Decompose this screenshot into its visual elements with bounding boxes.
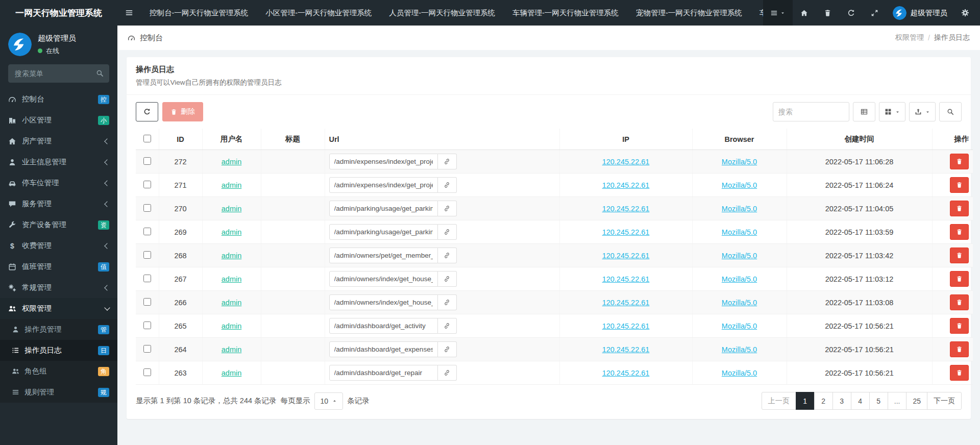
row-url-link-button[interactable]: [438, 177, 457, 193]
refresh-table-button[interactable]: [136, 102, 158, 121]
tabs-dropdown-button[interactable]: [763, 0, 793, 26]
page-number-button[interactable]: 1: [796, 392, 815, 410]
sidebar-item-log[interactable]: 操作员日志日: [0, 340, 117, 361]
row-delete-button[interactable]: [950, 154, 969, 169]
row-url-input[interactable]: [329, 365, 438, 381]
row-ip-link[interactable]: 120.245.22.61: [602, 228, 650, 236]
row-ip-link[interactable]: 120.245.22.61: [602, 275, 650, 283]
row-username-link[interactable]: admin: [222, 345, 242, 354]
sidebar-item-rule[interactable]: 规则管理规: [0, 382, 117, 403]
row-checkbox[interactable]: [143, 322, 151, 329]
export-button[interactable]: [909, 102, 936, 121]
menu-search-input[interactable]: [8, 64, 109, 83]
row-delete-button[interactable]: [950, 294, 969, 310]
row-checkbox[interactable]: [143, 368, 151, 376]
sidebar-toggle-button[interactable]: [117, 0, 141, 26]
column-header-browser[interactable]: Browser: [692, 129, 787, 150]
row-ip-link[interactable]: 120.245.22.61: [602, 345, 650, 354]
page-number-button[interactable]: 3: [832, 392, 851, 410]
row-url-input[interactable]: [329, 294, 438, 310]
row-ip-link[interactable]: 120.245.22.61: [602, 252, 650, 260]
row-checkbox[interactable]: [143, 181, 151, 188]
navbar-tab[interactable]: 人员管理-一网天行物业管理系统: [380, 0, 504, 26]
row-checkbox[interactable]: [143, 298, 151, 306]
sidebar-item-house[interactable]: 房产管理: [0, 131, 117, 152]
row-browser-link[interactable]: Mozilla/5.0: [722, 228, 757, 236]
navbar-tab[interactable]: 车辆管理-一网天行物业管理系统: [504, 0, 627, 26]
row-username-link[interactable]: admin: [222, 158, 242, 166]
row-delete-button[interactable]: [950, 177, 969, 193]
row-browser-link[interactable]: Mozilla/5.0: [722, 158, 757, 166]
page-number-button[interactable]: 4: [851, 392, 870, 410]
row-url-input[interactable]: [329, 224, 438, 240]
row-browser-link[interactable]: Mozilla/5.0: [722, 345, 757, 354]
row-ip-link[interactable]: 120.245.22.61: [602, 299, 650, 307]
navbar-tab[interactable]: 控制台-一网天行物业管理系统: [141, 0, 257, 26]
row-username-link[interactable]: admin: [222, 369, 242, 377]
column-header-created[interactable]: 创建时间: [787, 129, 932, 150]
row-username-link[interactable]: admin: [222, 299, 242, 307]
row-url-input[interactable]: [329, 177, 438, 193]
sidebar-item-general[interactable]: 常规管理: [0, 277, 117, 298]
row-browser-link[interactable]: Mozilla/5.0: [722, 252, 757, 260]
row-username-link[interactable]: admin: [222, 205, 242, 213]
row-checkbox[interactable]: [143, 345, 151, 353]
row-checkbox[interactable]: [143, 275, 151, 282]
sidebar-item-asset[interactable]: 资产设备管理资: [0, 214, 117, 235]
row-browser-link[interactable]: Mozilla/5.0: [722, 369, 757, 377]
sidebar-item-operator[interactable]: 操作员管理管: [0, 319, 117, 340]
view-toggle-button[interactable]: [853, 102, 875, 121]
row-url-input[interactable]: [329, 318, 438, 334]
column-header-ip[interactable]: IP: [559, 129, 692, 150]
row-browser-link[interactable]: Mozilla/5.0: [722, 181, 757, 189]
row-url-input[interactable]: [329, 201, 438, 216]
table-search-input[interactable]: [773, 102, 849, 121]
row-url-link-button[interactable]: [438, 201, 457, 216]
row-ip-link[interactable]: 120.245.22.61: [602, 322, 650, 330]
row-checkbox[interactable]: [143, 228, 151, 235]
row-url-link-button[interactable]: [438, 271, 457, 287]
row-url-link-button[interactable]: [438, 294, 457, 310]
row-username-link[interactable]: admin: [222, 322, 242, 330]
sidebar-item-service[interactable]: 服务管理: [0, 193, 117, 214]
sidebar-item-parking[interactable]: 停车位管理: [0, 172, 117, 193]
sidebar-item-duty[interactable]: 值班管理值: [0, 256, 117, 277]
row-url-input[interactable]: [329, 154, 438, 169]
row-url-link-button[interactable]: [438, 154, 457, 169]
row-url-link-button[interactable]: [438, 365, 457, 381]
settings-button[interactable]: [953, 0, 977, 26]
refresh-page-button[interactable]: [840, 0, 863, 26]
clear-cache-button[interactable]: [816, 0, 840, 26]
user-menu[interactable]: 超级管理员: [887, 0, 954, 26]
row-url-input[interactable]: [329, 341, 438, 357]
page-prev-button[interactable]: 上一页: [762, 392, 796, 410]
row-url-input[interactable]: [329, 248, 438, 263]
sidebar-item-dashboard[interactable]: 控制台控: [0, 89, 117, 110]
row-username-link[interactable]: admin: [222, 228, 242, 236]
navbar-tab[interactable]: 车位管理-一网天行物业管理系统: [751, 0, 763, 26]
page-size-select[interactable]: 10: [314, 392, 344, 410]
row-checkbox[interactable]: [143, 157, 151, 165]
column-header-id[interactable]: ID: [159, 129, 202, 150]
navbar-tab[interactable]: 宠物管理-一网天行物业管理系统: [627, 0, 751, 26]
row-checkbox[interactable]: [143, 251, 151, 259]
row-url-link-button[interactable]: [438, 248, 457, 263]
row-ip-link[interactable]: 120.245.22.61: [602, 181, 650, 189]
row-username-link[interactable]: admin: [222, 252, 242, 260]
row-ip-link[interactable]: 120.245.22.61: [602, 158, 650, 166]
page-number-button[interactable]: 5: [869, 392, 888, 410]
row-delete-button[interactable]: [950, 341, 969, 357]
row-checkbox[interactable]: [143, 204, 151, 212]
home-button[interactable]: [793, 0, 816, 26]
column-header-title[interactable]: 标题: [261, 129, 325, 150]
page-next-button[interactable]: 下一页: [927, 392, 962, 410]
row-delete-button[interactable]: [950, 271, 969, 287]
row-browser-link[interactable]: Mozilla/5.0: [722, 299, 757, 307]
row-url-input[interactable]: [329, 271, 438, 287]
row-delete-button[interactable]: [950, 318, 969, 334]
brand[interactable]: 一网天行物业管理系统: [0, 0, 117, 26]
row-browser-link[interactable]: Mozilla/5.0: [722, 205, 757, 213]
row-url-link-button[interactable]: [438, 341, 457, 357]
row-url-link-button[interactable]: [438, 224, 457, 240]
sidebar-item-auth[interactable]: 权限管理: [0, 298, 117, 319]
